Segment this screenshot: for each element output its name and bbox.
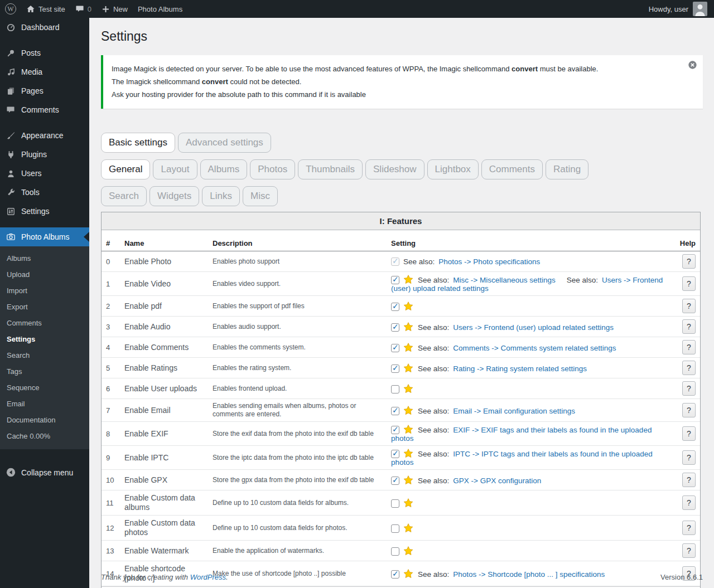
setting-checkbox[interactable] [391,385,399,393]
wordpress-logo-icon[interactable]: W [0,0,21,18]
section-tab-comments[interactable]: Comments [481,159,543,179]
notice-line: Image Magick is detected on your server.… [112,64,681,74]
favorite-star-icon[interactable] [403,323,418,332]
section-tab-layout[interactable]: Layout [153,159,197,179]
help-button[interactable]: ? [682,403,696,417]
submenu-item-tags[interactable]: Tags [0,363,89,380]
help-button[interactable]: ? [682,319,696,334]
section-tab-rating[interactable]: Rating [546,159,588,179]
section-tab-misc[interactable]: Misc [243,186,278,206]
help-button[interactable]: ? [682,495,696,510]
favorite-star-icon[interactable] [403,426,418,434]
sidebar-item-tools[interactable]: Tools [0,183,89,202]
see-also-link[interactable]: Misc -> Miscellaneous settings [453,276,555,284]
submenu-item-cache-0-00[interactable]: Cache 0.00% [0,428,89,444]
favorite-star-icon[interactable] [403,499,418,508]
submenu-item-settings[interactable]: Settings [0,331,89,347]
favorite-star-icon[interactable] [403,344,418,352]
submenu-item-sequence[interactable]: Sequence [0,380,89,396]
submenu-item-search[interactable]: Search [0,347,89,363]
help-button[interactable]: ? [682,361,696,375]
setting-checkbox[interactable] [391,303,399,311]
mode-tab-advanced-settings[interactable]: Advanced settings [178,133,271,153]
sidebar-item-appearance[interactable]: Appearance [0,126,89,145]
setting-checkbox[interactable] [391,276,399,284]
see-also-link[interactable]: Photos -> Photo specifications [438,257,540,266]
setting-checkbox[interactable] [391,323,399,332]
help-button[interactable]: ? [682,340,696,354]
submenu-item-upload[interactable]: Upload [0,266,89,283]
setting-checkbox[interactable] [391,407,399,415]
setting-checkbox[interactable] [391,524,399,533]
sidebar-item-settings[interactable]: Settings [0,202,89,221]
help-button[interactable]: ? [682,521,696,535]
submenu-item-documentation[interactable]: Documentation [0,412,89,428]
section-tab-links[interactable]: Links [202,186,240,206]
submenu-item-comments[interactable]: Comments [0,315,89,331]
favorite-star-icon[interactable] [403,276,418,284]
see-also-link[interactable]: Rating -> Rating system related settings [453,365,587,373]
collapse-menu-button[interactable]: Collapse menu [0,463,89,482]
sidebar-item-users[interactable]: Users [0,164,89,183]
admin-bar-site-link[interactable]: Test site [21,0,70,18]
submenu-item-export[interactable]: Export [0,299,89,315]
dismiss-icon [688,63,697,71]
section-tab-search[interactable]: Search [101,186,147,206]
submenu-item-import[interactable]: Import [0,283,89,299]
favorite-star-icon[interactable] [403,365,418,373]
help-button[interactable]: ? [682,381,696,396]
admin-bar-account-menu[interactable]: Howdy, user [649,2,714,16]
section-tab-photos[interactable]: Photos [250,159,295,179]
camera-icon [6,232,16,241]
help-button[interactable]: ? [682,473,696,487]
setting-checkbox[interactable] [391,426,399,434]
setting-checkbox[interactable] [391,499,399,508]
sidebar-item-comments[interactable]: Comments [0,100,89,119]
help-button[interactable]: ? [682,254,696,269]
sidebar-item-media[interactable]: Media [0,62,89,81]
section-tab-thumbnails[interactable]: Thumbnails [298,159,363,179]
sidebar-item-dashboard[interactable]: Dashboard [0,18,89,37]
setting-checkbox[interactable] [391,547,399,556]
see-also-link[interactable]: Comments -> Comments system related sett… [453,344,616,352]
section-tab-widgets[interactable]: Widgets [149,186,199,206]
submenu-item-email[interactable]: Email [0,396,89,412]
help-button[interactable]: ? [682,426,696,441]
admin-bar-photo-albums-link[interactable]: Photo Albums [133,0,187,18]
favorite-star-icon[interactable] [403,450,418,458]
section-tab-albums[interactable]: Albums [200,159,248,179]
see-also-link[interactable]: Email -> Email configuration settings [453,407,575,415]
admin-bar-comments-link[interactable]: 0 [70,0,97,18]
favorite-star-icon[interactable] [403,477,418,485]
sidebar-item-posts[interactable]: Posts [0,43,89,62]
wordpress-link[interactable]: WordPress [190,573,226,581]
row-number: 10 [102,470,120,490]
setting-checkbox[interactable] [391,450,399,458]
help-button[interactable]: ? [682,299,696,313]
submenu-item-albums[interactable]: Albums [0,250,89,266]
section-tab-slideshow[interactable]: Slideshow [365,159,424,179]
admin-bar-new-link[interactable]: New [97,0,133,18]
see-also-link[interactable]: GPX -> GPX configuration [453,477,541,485]
setting-checkbox[interactable] [391,477,399,485]
sidebar-item-plugins[interactable]: Plugins [0,145,89,164]
sidebar-item-pages[interactable]: Pages [0,81,89,100]
favorite-star-icon[interactable] [403,385,418,393]
section-tab-general[interactable]: General [101,159,150,179]
section-tab-lightbox[interactable]: Lightbox [427,159,479,179]
see-also-link[interactable]: Users -> Frontend (user) upload related … [453,323,614,332]
help-button[interactable]: ? [682,276,696,291]
setting-checkbox[interactable] [391,365,399,373]
help-cell: ? [676,422,700,446]
favorite-star-icon[interactable] [403,547,418,556]
mode-tab-basic-settings[interactable]: Basic settings [101,133,175,153]
favorite-star-icon[interactable] [403,524,418,533]
favorite-star-icon[interactable] [403,303,418,311]
dismiss-notice-button[interactable] [688,60,697,70]
help-button[interactable]: ? [682,543,696,558]
setting-checkbox[interactable] [391,344,399,352]
favorite-star-icon[interactable] [403,407,418,415]
setting-checkbox[interactable] [391,257,399,266]
sidebar-item-photo-albums[interactable]: Photo Albums [0,227,89,246]
help-button[interactable]: ? [682,450,696,465]
